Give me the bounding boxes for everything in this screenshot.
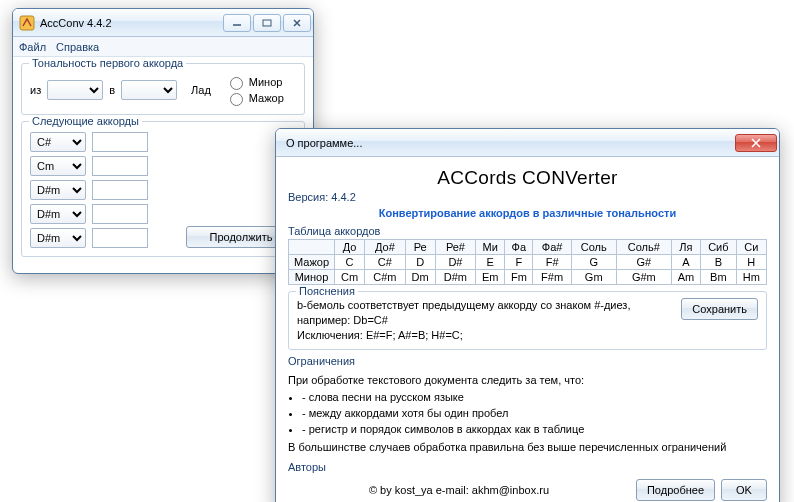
tonality-group: Тональность первого аккорда из в Лад Мин… bbox=[21, 63, 305, 115]
chord-combo-1[interactable]: Cm bbox=[30, 156, 86, 176]
tonality-legend: Тональность первого аккорда bbox=[29, 57, 186, 69]
table-header-row: ДоДо#РеРе#МиФаФа#СольСоль#ЛяСибСи bbox=[289, 240, 767, 255]
chord-combo-0[interactable]: C# bbox=[30, 132, 86, 152]
menu-help[interactable]: Справка bbox=[56, 41, 99, 53]
main-window: AccConv 4.4.2 Файл Справка Тональность п… bbox=[12, 8, 314, 274]
chord-out-1[interactable] bbox=[92, 156, 148, 176]
menubar: Файл Справка bbox=[13, 37, 313, 57]
version-value: 4.4.2 bbox=[331, 191, 355, 203]
app-icon bbox=[19, 15, 35, 31]
limits-label: Ограничения bbox=[288, 355, 767, 367]
ok-button[interactable]: OK bbox=[721, 479, 767, 501]
explain-text: b-бемоль соответствует предыдущему аккор… bbox=[297, 298, 675, 343]
copyright: © by kost_ya e-mail: akhm@inbox.ru bbox=[288, 484, 630, 496]
menu-file[interactable]: Файл bbox=[19, 41, 46, 53]
maximize-button[interactable] bbox=[253, 14, 281, 32]
from-combo[interactable] bbox=[47, 80, 103, 100]
major-radio[interactable]: Мажор bbox=[225, 90, 284, 106]
close-button[interactable] bbox=[283, 14, 311, 32]
from-label: из bbox=[30, 84, 41, 96]
to-combo[interactable] bbox=[121, 80, 177, 100]
chord-out-0[interactable] bbox=[92, 132, 148, 152]
chord-out-4[interactable] bbox=[92, 228, 148, 248]
about-title: О программе... bbox=[282, 137, 735, 149]
to-label: в bbox=[109, 84, 115, 96]
titlebar[interactable]: AccConv 4.4.2 bbox=[13, 9, 313, 37]
about-subtitle: Конвертирование аккордов в различные тон… bbox=[288, 207, 767, 219]
window-title: AccConv 4.4.2 bbox=[40, 17, 223, 29]
minor-radio[interactable]: Минор bbox=[225, 74, 284, 90]
minimize-button[interactable] bbox=[223, 14, 251, 32]
chord-rows: C# Cm D#m D#m D#m bbox=[30, 132, 150, 248]
authors-label: Авторы bbox=[288, 461, 767, 473]
chord-combo-2[interactable]: D#m bbox=[30, 180, 86, 200]
save-button[interactable]: Сохранить bbox=[681, 298, 758, 320]
mode-label: Лад bbox=[191, 84, 211, 96]
table-label: Таблица аккордов bbox=[288, 225, 767, 237]
about-heading: ACCords CONVerter bbox=[288, 167, 767, 189]
chord-combo-3[interactable]: D#m bbox=[30, 204, 86, 224]
table-major-row: Мажор CC#DD#EFF#GG#ABH bbox=[289, 255, 767, 270]
chords-group: Следующие аккорды C# Cm D#m D#m D#m Прод… bbox=[21, 121, 305, 257]
chords-table: ДоДо#РеРе#МиФаФа#СольСоль#ЛяСибСи Мажор … bbox=[288, 239, 767, 285]
chord-combo-4[interactable]: D#m bbox=[30, 228, 86, 248]
more-button[interactable]: Подробнее bbox=[636, 479, 715, 501]
limits-text: При обработке текстового документа следи… bbox=[288, 373, 767, 457]
chords-legend: Следующие аккорды bbox=[29, 115, 142, 127]
svg-rect-2 bbox=[263, 20, 271, 26]
about-titlebar[interactable]: О программе... bbox=[276, 129, 779, 157]
explain-group: Пояснения b-бемоль соответствует предыду… bbox=[288, 291, 767, 350]
version-label: Версия: bbox=[288, 191, 328, 203]
chord-out-3[interactable] bbox=[92, 204, 148, 224]
table-minor-row: Минор CmC#mDmD#mEmFmF#mGmG#mAmBmHm bbox=[289, 270, 767, 285]
about-window: О программе... ACCords CONVerter Версия:… bbox=[275, 128, 780, 502]
about-close-button[interactable] bbox=[735, 134, 777, 152]
explain-legend: Пояснения bbox=[296, 285, 358, 297]
chord-out-2[interactable] bbox=[92, 180, 148, 200]
